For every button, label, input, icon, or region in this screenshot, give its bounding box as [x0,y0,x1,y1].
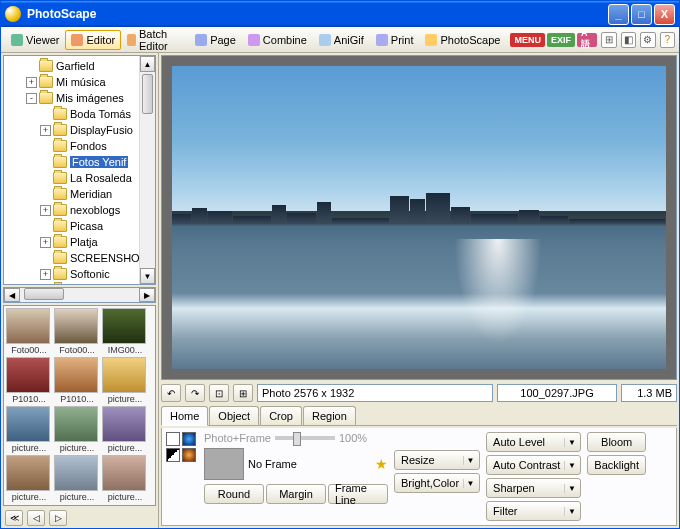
bright-color-button[interactable]: Bright,Color▼ [394,473,480,493]
thumbnail-item[interactable]: P1010... [54,357,100,404]
tab-label: Editor [86,34,115,46]
editor-tab-region[interactable]: Region [303,406,356,425]
thumbnail-item[interactable]: picture... [102,406,148,453]
main-tab-editor[interactable]: Editor [65,30,121,50]
tree-node[interactable]: -Mis imágenes [6,90,155,106]
thumbnail-item[interactable]: picture... [102,357,148,404]
thumbnail-grid[interactable]: Foto00...Foto00...IMG00...P1010...P1010.… [3,305,156,506]
collapse-icon[interactable]: - [26,93,37,104]
thumbnail-item[interactable]: picture... [54,406,100,453]
tool-button-1[interactable]: ⊞ [601,32,616,48]
maximize-button[interactable]: □ [631,4,652,25]
titlebar[interactable]: PhotoScape _ □ X [1,1,679,27]
help-icon[interactable]: ? [660,32,675,48]
frame-line-button[interactable]: Frame Line [328,484,388,504]
undo-button[interactable]: ↶ [161,384,181,402]
swatch-brush[interactable] [182,448,196,462]
thumbnail-item[interactable]: picture... [54,455,100,502]
auto-level-button[interactable]: Auto Level▼ [486,432,581,452]
filter-button[interactable]: Filter▼ [486,501,581,521]
expand-icon[interactable]: + [26,77,37,88]
zoom-fit-button[interactable]: ⊡ [209,384,229,402]
tree-vertical-scrollbar[interactable]: ▲ ▼ [139,56,155,284]
swatch-bw[interactable] [166,448,180,462]
thumbnail-item[interactable]: P1010... [6,357,52,404]
tree-horizontal-scrollbar[interactable]: ◀ ▶ [3,287,156,303]
zoom-slider[interactable] [275,436,335,440]
auto-contrast-button[interactable]: Auto Contrast▼ [486,455,581,475]
badge-a語[interactable]: A語 [577,33,597,47]
thumbnail-item[interactable]: Foto00... [6,308,52,355]
main-tab-viewer[interactable]: Viewer [5,30,65,50]
tree-spacer [40,173,51,184]
tree-node[interactable]: Boda Tomás [6,106,155,122]
expand-icon[interactable]: + [40,205,51,216]
close-button[interactable]: X [654,4,675,25]
minimize-button[interactable]: _ [608,4,629,25]
tool-button-2[interactable]: ◧ [621,32,636,48]
scroll-left-icon[interactable]: ◀ [4,288,20,302]
frame-preview[interactable] [204,448,244,480]
tree-node[interactable]: SCREENSHO [6,250,155,266]
tree-node[interactable]: Picasa [6,218,155,234]
main-tab-photoscape[interactable]: PhotoScape [419,30,506,50]
pager-prev-button[interactable]: ◁ [27,510,45,526]
bloom-button[interactable]: Bloom [587,432,646,452]
swatch-gradient[interactable] [182,432,196,446]
round-button[interactable]: Round [204,484,264,504]
tab-icon [248,34,260,46]
main-tab-anigif[interactable]: AniGif [313,30,370,50]
scroll-right-icon[interactable]: ▶ [139,288,155,302]
scroll-thumb[interactable] [142,74,153,114]
thumbnail-label: Foto00... [6,345,52,355]
swatch-white[interactable] [166,432,180,446]
pager-first-button[interactable]: ≪ [5,510,23,526]
main-tab-print[interactable]: Print [370,30,420,50]
editor-tab-home[interactable]: Home [161,406,208,426]
star-icon[interactable]: ★ [375,456,388,472]
thumbnail-label: picture... [54,492,100,502]
image-canvas[interactable] [161,55,677,380]
thumbnail-item[interactable]: Foto00... [54,308,100,355]
tree-node[interactable]: +Platja [6,234,155,250]
sharpen-button[interactable]: Sharpen▼ [486,478,581,498]
redo-button[interactable]: ↷ [185,384,205,402]
expand-icon[interactable]: + [40,269,51,280]
badge-exif[interactable]: EXIF [547,33,575,47]
expand-icon[interactable]: + [40,237,51,248]
margin-button[interactable]: Margin [266,484,326,504]
tree-node[interactable]: Garfield [6,58,155,74]
tree-node[interactable]: Fotos Yenif [6,154,155,170]
folder-icon [53,284,67,285]
main-tab-combine[interactable]: Combine [242,30,313,50]
folder-tree[interactable]: Garfield+Mi música-Mis imágenesBoda Tomá… [3,55,156,285]
hscroll-track[interactable] [20,288,139,302]
scroll-up-icon[interactable]: ▲ [140,56,155,72]
settings-icon[interactable]: ⚙ [640,32,655,48]
tree-node[interactable]: Suzuki [6,282,155,285]
pager-next-button[interactable]: ▷ [49,510,67,526]
editor-tab-crop[interactable]: Crop [260,406,302,425]
resize-button[interactable]: Resize▼ [394,450,480,470]
scroll-down-icon[interactable]: ▼ [140,268,155,284]
badge-menu[interactable]: MENU [510,33,545,47]
tree-node[interactable]: +Softonic [6,266,155,282]
tree-node[interactable]: +Mi música [6,74,155,90]
zoom-actual-button[interactable]: ⊞ [233,384,253,402]
thumbnail-item[interactable]: picture... [102,455,148,502]
thumbnail-item[interactable]: picture... [6,406,52,453]
frame-select-label[interactable]: No Frame [248,458,297,470]
tree-node[interactable]: Fondos [6,138,155,154]
tree-node[interactable]: La Rosaleda [6,170,155,186]
main-tab-batch-editor[interactable]: Batch Editor [121,30,189,50]
main-tab-page[interactable]: Page [189,30,242,50]
thumbnail-item[interactable]: IMG00... [102,308,148,355]
tree-node[interactable]: +DisplayFusio [6,122,155,138]
tree-node[interactable]: Meridian [6,186,155,202]
editor-tab-object[interactable]: Object [209,406,259,425]
expand-icon[interactable]: + [40,125,51,136]
tree-node[interactable]: +nexoblogs [6,202,155,218]
hscroll-thumb[interactable] [24,288,64,300]
thumbnail-item[interactable]: picture... [6,455,52,502]
backlight-button[interactable]: Backlight [587,455,646,475]
